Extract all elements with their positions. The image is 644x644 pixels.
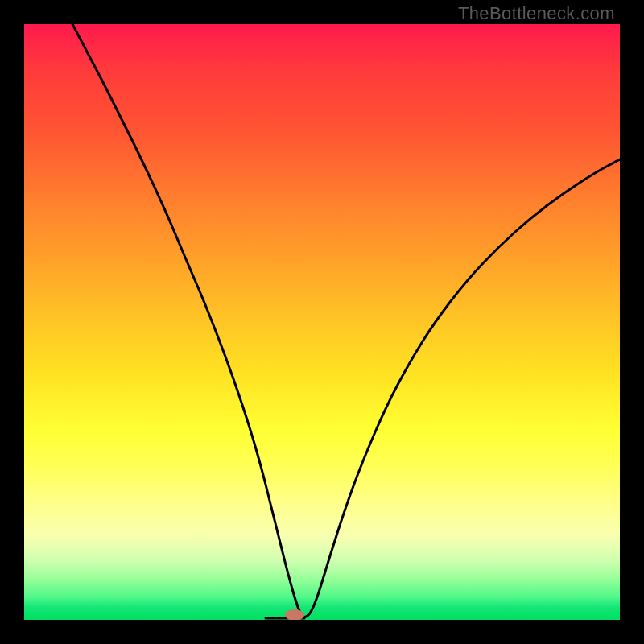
watermark-text: TheBottleneck.com — [458, 3, 615, 24]
bottleneck-curve-path — [72, 24, 620, 617]
chart-frame: TheBottleneck.com — [0, 0, 644, 644]
min-marker — [285, 609, 304, 620]
chart-plot-area — [24, 24, 620, 620]
bottleneck-curve-svg — [24, 24, 620, 620]
